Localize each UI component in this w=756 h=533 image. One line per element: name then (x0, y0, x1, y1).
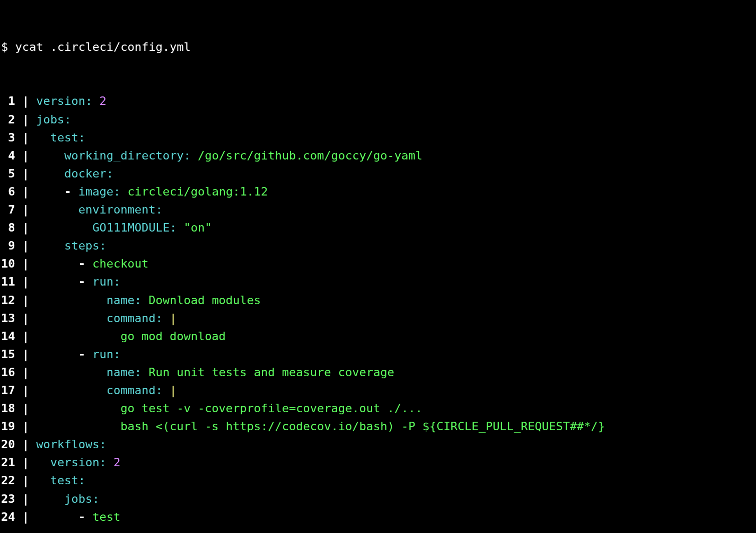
token: : (135, 366, 149, 379)
token (36, 348, 78, 361)
line-number: 20 (1, 436, 15, 454)
token: 2 (99, 94, 106, 108)
line-number: 18 (1, 399, 15, 417)
token: : (78, 131, 85, 144)
token (36, 203, 78, 216)
token (36, 510, 78, 523)
code-line: 10 | - checkout (1, 255, 755, 273)
token: "on" (183, 221, 212, 234)
token: : (155, 203, 162, 216)
token: version (36, 94, 85, 108)
token (36, 312, 106, 325)
token: GO111MODULE (92, 221, 170, 234)
token: : (170, 221, 184, 234)
token: image (78, 185, 113, 198)
gutter-separator: | (15, 420, 36, 433)
token: go test -v -coverprofile=coverage.out ./… (120, 402, 423, 415)
token: : (135, 294, 149, 307)
gutter-separator: | (15, 203, 36, 216)
gutter-separator: | (15, 438, 36, 451)
token: name (107, 366, 135, 379)
prompt-symbol: $ (1, 40, 8, 54)
token: : (92, 492, 99, 505)
token: steps (64, 239, 99, 252)
code-line: 2 | jobs: (1, 111, 755, 129)
gutter-separator: | (15, 94, 36, 108)
token (36, 384, 106, 397)
code-line: 12 | name: Download modules (1, 291, 755, 309)
command-line: $ ycat .circleci/config.yml (1, 38, 755, 56)
command-text (8, 40, 15, 54)
token (36, 239, 64, 252)
token (36, 167, 64, 180)
code-line: 4 | working_directory: /go/src/github.co… (1, 147, 755, 165)
gutter-separator: | (15, 257, 36, 270)
token (36, 185, 64, 198)
gutter-separator: | (15, 149, 36, 162)
line-number: 14 (1, 327, 15, 345)
token: - (78, 348, 93, 361)
gutter-separator: | (15, 348, 36, 361)
token: | (170, 384, 177, 397)
line-number: 4 (1, 147, 15, 165)
token: /go/src/github.com/goccy/go-yaml (198, 149, 423, 162)
token: : (113, 275, 120, 288)
gutter-separator: | (15, 492, 36, 505)
line-number: 7 (1, 201, 15, 219)
token: | (170, 312, 177, 325)
token: : (107, 167, 113, 180)
gutter-separator: | (15, 167, 36, 180)
gutter-separator: | (15, 275, 36, 288)
code-line: 3 | test: (1, 129, 755, 147)
line-number: 2 (1, 111, 15, 129)
gutter-separator: | (15, 113, 36, 126)
token (36, 366, 106, 379)
line-number: 21 (1, 454, 15, 472)
code-line: 21 | version: 2 (1, 454, 755, 472)
token: run (92, 348, 113, 361)
token: go mod download (120, 330, 226, 343)
code-line: 7 | environment: (1, 201, 755, 219)
line-number: 15 (1, 345, 15, 363)
token (36, 221, 92, 234)
code-line: 11 | - run: (1, 273, 755, 291)
code-line: 13 | command: | (1, 309, 755, 327)
code-line: 23 | jobs: (1, 490, 755, 508)
token: jobs (64, 492, 92, 505)
line-number: 12 (1, 291, 15, 309)
token: : (155, 384, 170, 397)
code-line: 6 | - image: circleci/golang:1.12 (1, 183, 755, 201)
code-line: 14 | go mod download (1, 327, 755, 345)
code-line: 5 | docker: (1, 165, 755, 183)
token (36, 492, 64, 505)
token: - (64, 185, 78, 198)
line-number: 11 (1, 273, 15, 291)
token (36, 402, 120, 415)
token (36, 257, 78, 270)
token: circleci/golang:1.12 (127, 185, 268, 198)
code-line: 9 | steps: (1, 237, 755, 255)
token (36, 420, 120, 433)
line-number: 5 (1, 165, 15, 183)
token: version (50, 456, 100, 469)
code-line: 18 | go test -v -coverprofile=coverage.o… (1, 399, 755, 417)
code-line: 8 | GO111MODULE: "on" (1, 219, 755, 237)
token: test (50, 474, 78, 487)
code-line: 20 | workflows: (1, 436, 755, 454)
line-number: 6 (1, 183, 15, 201)
gutter-separator: | (15, 474, 36, 487)
token: : (99, 239, 106, 252)
gutter-separator: | (15, 221, 36, 234)
token: working_directory (64, 149, 183, 162)
line-number: 17 (1, 381, 15, 399)
token: : (113, 348, 120, 361)
token (36, 330, 120, 343)
token: Download modules (148, 294, 261, 307)
token: - (78, 275, 93, 288)
code-line: 19 | bash <(curl -s https://codecov.io/b… (1, 417, 755, 436)
gutter-separator: | (15, 239, 36, 252)
terminal[interactable]: $ ycat .circleci/config.yml 1 | version:… (0, 0, 756, 533)
code-line: 16 | name: Run unit tests and measure co… (1, 363, 755, 381)
token: : (155, 312, 170, 325)
token: : (99, 438, 106, 451)
